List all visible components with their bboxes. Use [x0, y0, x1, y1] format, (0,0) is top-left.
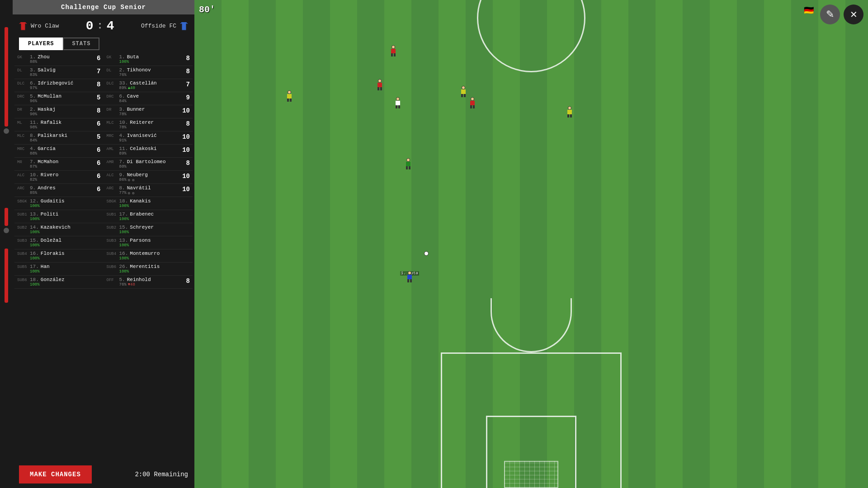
player-legs-8: [407, 279, 412, 282]
tab-stats[interactable]: STATS: [63, 38, 99, 50]
away-pct-0: 100%: [119, 60, 182, 64]
away-name-6: Ivanisević: [127, 133, 157, 138]
home-rating-2: 8: [93, 80, 101, 88]
away-name-11: Kanakis: [130, 198, 151, 204]
home-name-0: Zhou: [38, 54, 49, 60]
player-row-13[interactable]: SUB2 14. Kazakevich 100% SUB2 15. Schrey…: [14, 223, 193, 236]
home-rating-13: [93, 225, 101, 225]
player-row-8[interactable]: MR 7. McMahon 87% 6AMR 7. Di Bartolomeo …: [14, 158, 193, 171]
player-row-1[interactable]: DL 3. Salvig 83% 7DL 2. Tikhonov 76% 8: [14, 66, 193, 79]
away-name-line-5: 10. Reiterer: [119, 120, 182, 125]
home-pos-17: SUB6: [17, 277, 30, 282]
player-sprite-6: [396, 97, 400, 108]
away-rating-11: [182, 198, 190, 199]
away-pos-11: SBGK: [107, 198, 119, 204]
away-rating-8: 8: [182, 159, 190, 167]
away-player-9: ALC 9. Neuberg 86% ⚙ ⚙ 10: [107, 172, 190, 182]
away-rating-13: [182, 225, 190, 225]
player-row-5[interactable]: ML 11. Rafalik 98% 6MLC 10. Reiterer 78%…: [14, 118, 193, 131]
away-name-3: Cave: [127, 94, 139, 99]
home-pct-17: 100%: [30, 282, 93, 287]
player-sprite-0: [391, 45, 396, 56]
away-rating-5: 8: [182, 120, 190, 127]
pitch-markings: [194, 0, 868, 488]
edit-button[interactable]: ✎: [820, 5, 840, 24]
close-button[interactable]: ✕: [844, 5, 863, 24]
home-name-8: McMahon: [38, 159, 58, 164]
player-head-0: [392, 45, 395, 49]
away-pos-9: ALC: [107, 172, 119, 178]
player-row-2[interactable]: DLC 6. Idrizbegović 97% 8DLC 33. Castell…: [14, 79, 193, 92]
player-row-11[interactable]: SBGK 12. Gudaitis 100% SBGK 18. Kanakis …: [14, 197, 193, 210]
tab-players[interactable]: PLAYERS: [19, 38, 63, 50]
player-row-3[interactable]: DRC 5. McMullan 96% 5DRC 6. Cave 84% 9: [14, 92, 193, 105]
home-name-line-5: 11. Rafalik: [30, 120, 93, 125]
away-pct-5: 78%: [119, 125, 182, 130]
home-pos-2: DLC: [17, 80, 30, 86]
match-time-indicator: 80': [199, 5, 215, 15]
home-name-line-10: 9. Andres: [30, 185, 93, 191]
home-pct-5: 98%: [30, 125, 93, 130]
home-player-11: SBGK 12. Gudaitis 100%: [17, 198, 101, 208]
make-changes-button[interactable]: MAKE CHANGES: [19, 465, 92, 483]
home-num-0: 1.: [30, 54, 36, 60]
away-name-15: Montemurro: [130, 251, 160, 256]
player-leg-r-1: [380, 87, 382, 90]
home-num-2: 6.: [30, 80, 36, 86]
home-pct-15: 100%: [30, 256, 93, 261]
away-shirt-icon: [180, 22, 188, 30]
player-leg-l-5: [287, 99, 289, 102]
home-pos-5: ML: [17, 120, 30, 125]
player-sprite-5: [287, 90, 292, 102]
away-name-16: Merentitis: [130, 264, 160, 269]
player-row-6[interactable]: MLC 8. Palikarski 84% 5MRC 4. Ivanisević…: [14, 131, 193, 145]
home-pct-4: 90%: [30, 112, 93, 117]
home-rating-17: [93, 277, 101, 277]
player-row-17[interactable]: SUB6 18. González 100% OFF 5. Reinhold 7…: [14, 276, 193, 289]
player-row-16[interactable]: SUB5 17. Han 100% SUB6 26. Merentitis 10…: [14, 263, 193, 276]
home-info-0: 1. Zhou 88%: [30, 54, 93, 64]
away-pos-16: SUB6: [107, 264, 119, 269]
home-player-2: DLC 6. Idrizbegović 97% 8: [17, 80, 101, 90]
player-row-14[interactable]: SUB3 15. Doležal 100% SUB3 13. Parsons 1…: [14, 236, 193, 249]
home-name-line-13: 14. Kazakevich: [30, 225, 93, 230]
home-rating-8: 6: [93, 159, 101, 167]
away-player-6: MRC 4. Ivanisević 91% 10: [107, 133, 190, 143]
home-pos-4: DR: [17, 107, 30, 112]
away-rating-12: [182, 211, 190, 212]
home-num-13: 14.: [30, 225, 39, 230]
player-row-7[interactable]: MRC 4. García 88% 6AML 11. Celakoski 89%…: [14, 145, 193, 158]
player-row-12[interactable]: SUB1 13. Politi 100% SUB1 17. Brabenec 1…: [14, 210, 193, 223]
away-player-12: SUB1 17. Brabenec 100%: [107, 211, 190, 221]
home-rating-7: 6: [93, 146, 101, 154]
home-num-16: 17.: [30, 264, 39, 269]
home-info-16: 17. Han 100%: [30, 264, 93, 274]
away-info-7: 11. Celakoski 89%: [119, 146, 182, 156]
home-num-15: 16.: [30, 251, 39, 256]
side-bar-top: [5, 27, 8, 127]
away-info-13: 15. Schreyer 100%: [119, 225, 182, 235]
player-row-0[interactable]: GK 1. Zhou 88% 6GK 1. Buta 100% 8: [14, 53, 193, 66]
away-info-11: 18. Kanakis 100%: [119, 198, 182, 208]
home-rating-4: 8: [93, 107, 101, 114]
home-info-14: 15. Doležal 100%: [30, 238, 93, 248]
player-legs-4: [567, 114, 572, 117]
main-content: Challenge Cup Senior Wro Claw 0 : 4 Offs…: [13, 0, 194, 488]
away-name-line-15: 16. Montemurro: [119, 251, 182, 256]
score-colon: :: [97, 20, 103, 32]
player-row-15[interactable]: SUB4 16. Florakis 100% SUB4 16. Montemur…: [14, 249, 193, 263]
home-num-7: 4.: [30, 146, 36, 151]
player-row-4[interactable]: DR 2. Haskaj 90% 8DR 3. Bunner 78% 10: [14, 105, 193, 118]
away-info-3: 6. Cave 84%: [119, 94, 182, 103]
player-row-10[interactable]: ARC 9. Andres 85% 6ARC 8. Navrátil 77% ⚙…: [14, 184, 193, 197]
home-info-17: 18. González 100%: [30, 277, 93, 287]
home-pos-11: SBGK: [17, 198, 30, 204]
away-name-5: Reiterer: [130, 120, 154, 125]
goal-net: [504, 461, 558, 488]
player-head-5: [288, 90, 291, 94]
home-rating-14: [93, 238, 101, 238]
away-rating-4: 10: [182, 107, 190, 114]
home-name-11: Gudaitis: [41, 198, 65, 204]
player-row-9[interactable]: ALC 10. Rivero 82% 6ALC 9. Neuberg 86% ⚙…: [14, 171, 193, 184]
away-name-2: Castellán: [130, 80, 156, 86]
